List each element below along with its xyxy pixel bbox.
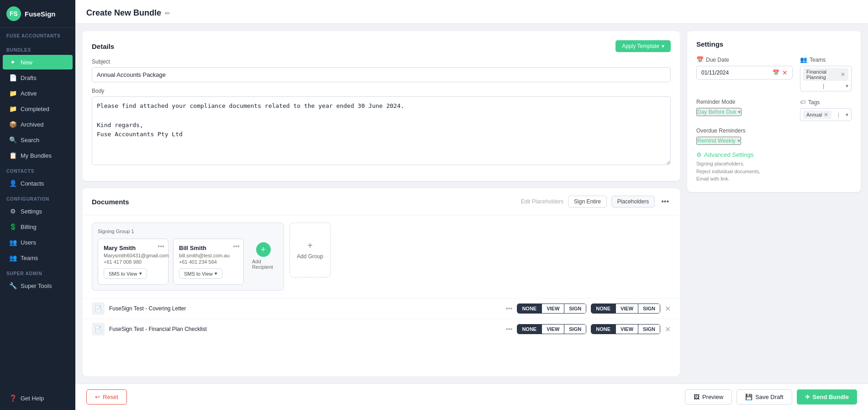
doc-1-icon: 📄: [92, 323, 105, 335]
settings-panel: Settings 📅 Due Date 📅 ✕: [687, 31, 861, 192]
body-textarea[interactable]: Please find attached your compliance doc…: [92, 96, 671, 165]
team-tag-remove[interactable]: ✕: [841, 71, 845, 78]
sidebar-item-new[interactable]: ✦ New: [3, 55, 73, 69]
send-bundle-label: Send Bundle: [813, 394, 849, 400]
calendar-icon: 📅: [696, 56, 704, 63]
doc-1-more[interactable]: •••: [506, 325, 513, 333]
sidebar-item-drafts[interactable]: 📄 Drafts: [3, 70, 73, 85]
preview-label: Preview: [702, 394, 723, 400]
tags-chevron[interactable]: ▾: [846, 112, 848, 118]
annual-tag-remove[interactable]: ✕: [824, 112, 828, 118]
get-help-item[interactable]: ❓ Get Help: [3, 391, 73, 405]
doc-1-view-btn-2[interactable]: VIEW: [615, 325, 638, 334]
doc-row-0: 📄 FuseSign Test - Covering Letter ••• NO…: [83, 298, 680, 319]
details-title: Details: [92, 43, 114, 50]
settings-icon: ⚙: [9, 208, 16, 215]
sidebar-item-teams-label: Teams: [21, 255, 38, 261]
apply-template-button[interactable]: Apply Template: [615, 40, 671, 52]
details-card-header: Details Apply Template: [92, 40, 671, 52]
due-date-clear[interactable]: ✕: [782, 69, 788, 76]
sidebar-item-super-tools[interactable]: 🔧 Super Tools: [3, 278, 73, 293]
sidebar-item-archived[interactable]: 📦 Archived: [3, 117, 73, 132]
subject-input[interactable]: [92, 67, 671, 82]
sidebar-item-contacts[interactable]: 👤 Contacts: [3, 176, 73, 191]
doc-1-sign-btn-2[interactable]: SIGN: [638, 325, 660, 334]
left-panel: Details Apply Template Subject Body Plea…: [83, 31, 680, 376]
sidebar-item-archived-label: Archived: [21, 121, 44, 128]
due-date-input[interactable]: [701, 69, 770, 76]
tags-field: 🏷 Tags Annual ✕ | ▾: [800, 99, 852, 121]
placeholders-button[interactable]: Placeholders: [611, 196, 655, 208]
sidebar-item-completed[interactable]: 📁 Completed: [3, 101, 73, 116]
reset-button[interactable]: ↩ Reset: [86, 389, 127, 405]
sign-entire-button[interactable]: Sign Entire: [568, 196, 607, 208]
doc-1-dismiss[interactable]: ✕: [665, 325, 671, 334]
sidebar-item-super-tools-label: Super Tools: [21, 282, 52, 289]
doc-0-sign-btn-1[interactable]: SIGN: [564, 304, 586, 313]
sidebar-item-my-bundles[interactable]: 📋 My Bundles: [3, 148, 73, 163]
edit-placeholders-link[interactable]: Edit Placeholders: [521, 198, 563, 205]
super-tools-icon: 🔧: [9, 282, 16, 289]
doc-1-sign-btn-1[interactable]: SIGN: [564, 325, 586, 334]
recipient-0-action-button[interactable]: SMS to View: [104, 268, 147, 279]
recipient-0-menu[interactable]: •••: [158, 243, 164, 250]
reminder-mode-button[interactable]: Day Before Due: [696, 108, 742, 116]
doc-0-view-btn-1[interactable]: VIEW: [542, 304, 564, 313]
documents-header: Documents Edit Placeholders Sign Entire …: [83, 188, 680, 215]
doc-0-more[interactable]: •••: [506, 305, 513, 312]
documents-more-button[interactable]: •••: [659, 196, 671, 208]
date-calendar-icon: 📅: [773, 69, 779, 76]
send-bundle-button[interactable]: ✈ Send Bundle: [797, 389, 857, 405]
overdue-reminders-button[interactable]: Remind Weekly: [696, 137, 741, 145]
sidebar-item-active[interactable]: 📁 Active: [3, 86, 73, 101]
page-body: Details Apply Template Subject Body Plea…: [75, 24, 868, 383]
teams-field-icon: 👥: [800, 56, 807, 63]
sidebar-item-teams[interactable]: 👥 Teams: [3, 250, 73, 265]
recipient-1-action-button[interactable]: SMS to View: [179, 268, 222, 279]
team-tag-financial-planning: Financial Planning ✕: [803, 68, 848, 81]
sidebar-item-contacts-label: Contacts: [21, 180, 44, 187]
teams-field: 👥 Teams Financial Planning ✕ | ▾: [800, 56, 852, 91]
sidebar-item-settings[interactable]: ⚙ Settings: [3, 204, 73, 218]
signing-group-1: Signing Group 1 ••• Mary Smith Marysmith…: [92, 223, 284, 291]
subject-field-group: Subject: [92, 59, 671, 82]
teams-chevron[interactable]: ▾: [846, 83, 848, 89]
overdue-reminders-chevron: [737, 138, 740, 144]
doc-0-icon: 📄: [92, 302, 105, 315]
doc-0-dismiss[interactable]: ✕: [665, 304, 671, 313]
doc-0-view-btn-2[interactable]: VIEW: [615, 304, 638, 313]
recipient-0-email: Marysmith60431@gmail.com: [104, 253, 163, 258]
doc-0-none-btn-2[interactable]: NONE: [591, 304, 615, 313]
sidebar-logo[interactable]: FS FuseSign: [0, 0, 75, 28]
preview-button[interactable]: 🖼 Preview: [685, 389, 732, 405]
sidebar-item-billing[interactable]: 💲 Billing: [3, 219, 73, 234]
doc-0-name: FuseSign Test - Covering Letter: [109, 305, 501, 312]
doc-0-actions-group-1: NONE VIEW SIGN: [517, 304, 586, 314]
footer-right-buttons: 🖼 Preview 💾 Save Draft ✈ Send Bundle: [685, 389, 857, 405]
active-icon: 📁: [9, 90, 16, 97]
doc-1-none-btn-2[interactable]: NONE: [591, 325, 615, 334]
sidebar-item-users[interactable]: 👥 Users: [3, 235, 73, 250]
doc-1-view-btn-1[interactable]: VIEW: [542, 325, 564, 334]
teams-dropdown-button[interactable]: |: [823, 83, 824, 89]
reminder-mode-chevron: [738, 109, 741, 115]
save-draft-button[interactable]: 💾 Save Draft: [736, 389, 792, 405]
sidebar-item-search[interactable]: 🔍 Search: [3, 133, 73, 147]
reminder-mode-field: Reminder Mode Day Before Due: [696, 99, 793, 121]
add-group-button[interactable]: + Add Group: [289, 223, 331, 277]
due-date-wrapper: 📅 ✕: [696, 66, 793, 80]
tags-input-wrapper[interactable]: Annual ✕ | ▾: [800, 108, 852, 121]
add-recipient-button[interactable]: + Add Recipient: [248, 239, 278, 273]
doc-1-none-btn-1[interactable]: NONE: [517, 325, 542, 334]
recipient-1-name: Bill Smith: [179, 245, 238, 251]
recipient-1-menu[interactable]: •••: [233, 243, 240, 250]
teams-input-wrapper[interactable]: Financial Planning ✕ | ▾: [800, 66, 852, 91]
doc-0-sign-btn-2[interactable]: SIGN: [638, 304, 660, 313]
documents-actions: Edit Placeholders Sign Entire Placeholde…: [521, 196, 671, 208]
doc-0-none-btn-1[interactable]: NONE: [517, 304, 542, 313]
page-title-edit-icon[interactable]: ✏: [165, 10, 170, 17]
advanced-settings-link[interactable]: ⚙ Advanced Settings: [696, 151, 852, 158]
settings-grid: 📅 Due Date 📅 ✕ 👥 Teams: [696, 56, 852, 121]
search-icon: 🔍: [9, 136, 16, 144]
save-draft-label: Save Draft: [755, 394, 783, 400]
